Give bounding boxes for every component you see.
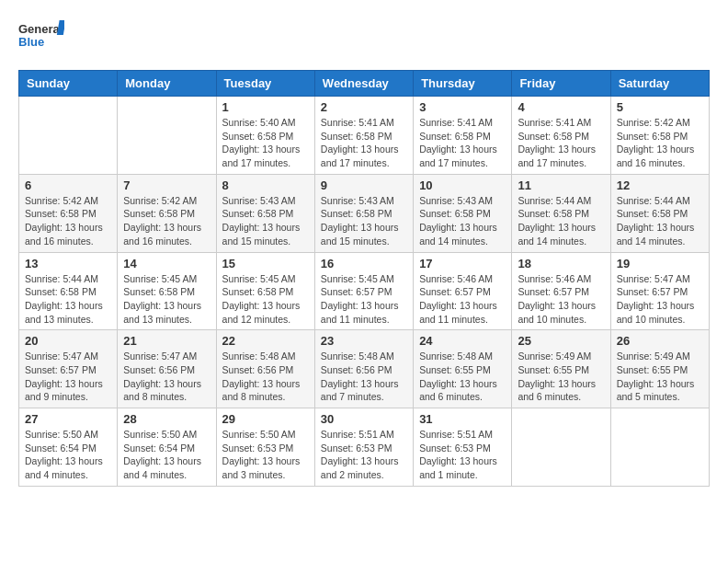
day-number: 20 — [25, 334, 111, 348]
week-row-3: 13Sunrise: 5:44 AM Sunset: 6:58 PM Dayli… — [19, 252, 710, 330]
header-cell-sunday: Sunday — [19, 71, 118, 97]
day-number: 5 — [617, 100, 703, 114]
day-number: 13 — [25, 257, 111, 270]
logo-icon: General Blue — [18, 18, 64, 55]
day-number: 18 — [518, 257, 604, 270]
day-cell: 6Sunrise: 5:42 AM Sunset: 6:58 PM Daylig… — [19, 174, 118, 252]
day-info: Sunrise: 5:40 AM Sunset: 6:58 PM Dayligh… — [222, 116, 309, 170]
day-number: 12 — [617, 178, 703, 192]
week-row-4: 20Sunrise: 5:47 AM Sunset: 6:57 PM Dayli… — [19, 330, 710, 408]
day-info: Sunrise: 5:45 AM Sunset: 6:58 PM Dayligh… — [222, 272, 309, 327]
day-cell: 4Sunrise: 5:41 AM Sunset: 6:58 PM Daylig… — [512, 97, 610, 175]
day-cell: 2Sunrise: 5:41 AM Sunset: 6:58 PM Daylig… — [314, 97, 413, 175]
day-cell — [512, 408, 610, 487]
day-cell: 29Sunrise: 5:50 AM Sunset: 6:53 PM Dayli… — [216, 408, 314, 487]
day-cell: 23Sunrise: 5:48 AM Sunset: 6:56 PM Dayli… — [314, 330, 413, 408]
day-info: Sunrise: 5:47 AM Sunset: 6:57 PM Dayligh… — [617, 272, 703, 327]
day-number: 29 — [222, 412, 309, 426]
header-cell-friday: Friday — [512, 71, 610, 97]
day-info: Sunrise: 5:50 AM Sunset: 6:54 PM Dayligh… — [123, 428, 210, 482]
day-number: 15 — [222, 257, 309, 270]
day-info: Sunrise: 5:51 AM Sunset: 6:53 PM Dayligh… — [419, 428, 506, 482]
day-info: Sunrise: 5:44 AM Sunset: 6:58 PM Dayligh… — [518, 194, 604, 248]
day-info: Sunrise: 5:50 AM Sunset: 6:54 PM Dayligh… — [25, 428, 111, 482]
header-cell-tuesday: Tuesday — [216, 71, 314, 97]
day-number: 2 — [321, 100, 407, 114]
day-number: 14 — [123, 257, 210, 270]
calendar: SundayMondayTuesdayWednesdayThursdayFrid… — [18, 70, 710, 487]
day-cell: 22Sunrise: 5:48 AM Sunset: 6:56 PM Dayli… — [216, 330, 314, 408]
day-cell: 7Sunrise: 5:42 AM Sunset: 6:58 PM Daylig… — [118, 174, 216, 252]
day-cell: 9Sunrise: 5:43 AM Sunset: 6:58 PM Daylig… — [314, 174, 413, 252]
day-number: 10 — [419, 178, 506, 192]
day-number: 28 — [123, 412, 210, 426]
day-info: Sunrise: 5:48 AM Sunset: 6:56 PM Dayligh… — [321, 350, 407, 404]
day-cell — [610, 408, 709, 487]
calendar-body: 1Sunrise: 5:40 AM Sunset: 6:58 PM Daylig… — [19, 97, 710, 487]
week-row-5: 27Sunrise: 5:50 AM Sunset: 6:54 PM Dayli… — [19, 408, 710, 487]
day-number: 25 — [518, 334, 604, 348]
week-row-1: 1Sunrise: 5:40 AM Sunset: 6:58 PM Daylig… — [19, 97, 710, 175]
day-number: 1 — [222, 100, 309, 114]
day-cell: 27Sunrise: 5:50 AM Sunset: 6:54 PM Dayli… — [19, 408, 118, 487]
day-info: Sunrise: 5:50 AM Sunset: 6:53 PM Dayligh… — [222, 428, 309, 482]
day-number: 7 — [123, 178, 210, 192]
header-cell-thursday: Thursday — [414, 71, 512, 97]
day-cell — [19, 97, 118, 175]
header-cell-monday: Monday — [118, 71, 216, 97]
day-number: 17 — [419, 257, 506, 270]
day-info: Sunrise: 5:48 AM Sunset: 6:55 PM Dayligh… — [419, 350, 506, 404]
day-number: 16 — [321, 257, 407, 270]
day-cell: 21Sunrise: 5:47 AM Sunset: 6:56 PM Dayli… — [118, 330, 216, 408]
day-number: 21 — [123, 334, 210, 348]
day-info: Sunrise: 5:44 AM Sunset: 6:58 PM Dayligh… — [617, 194, 703, 248]
day-number: 31 — [419, 412, 506, 426]
day-number: 6 — [25, 178, 111, 192]
day-cell: 25Sunrise: 5:49 AM Sunset: 6:55 PM Dayli… — [512, 330, 610, 408]
day-number: 11 — [518, 178, 604, 192]
day-info: Sunrise: 5:43 AM Sunset: 6:58 PM Dayligh… — [321, 194, 407, 248]
day-number: 3 — [419, 100, 506, 114]
day-info: Sunrise: 5:49 AM Sunset: 6:55 PM Dayligh… — [518, 350, 604, 404]
header-cell-saturday: Saturday — [610, 71, 709, 97]
day-info: Sunrise: 5:42 AM Sunset: 6:58 PM Dayligh… — [25, 194, 111, 248]
day-cell: 14Sunrise: 5:45 AM Sunset: 6:58 PM Dayli… — [118, 252, 216, 330]
day-info: Sunrise: 5:42 AM Sunset: 6:58 PM Dayligh… — [617, 116, 703, 170]
day-info: Sunrise: 5:43 AM Sunset: 6:58 PM Dayligh… — [222, 194, 309, 248]
header: General Blue — [18, 18, 710, 55]
day-info: Sunrise: 5:42 AM Sunset: 6:58 PM Dayligh… — [123, 194, 210, 248]
day-number: 8 — [222, 178, 309, 192]
day-cell: 30Sunrise: 5:51 AM Sunset: 6:53 PM Dayli… — [314, 408, 413, 487]
svg-text:General: General — [18, 22, 63, 36]
svg-text:Blue: Blue — [18, 35, 44, 49]
day-info: Sunrise: 5:41 AM Sunset: 6:58 PM Dayligh… — [321, 116, 407, 170]
day-cell: 13Sunrise: 5:44 AM Sunset: 6:58 PM Dayli… — [19, 252, 118, 330]
day-info: Sunrise: 5:47 AM Sunset: 6:56 PM Dayligh… — [123, 350, 210, 404]
day-cell: 1Sunrise: 5:40 AM Sunset: 6:58 PM Daylig… — [216, 97, 314, 175]
day-cell: 10Sunrise: 5:43 AM Sunset: 6:58 PM Dayli… — [414, 174, 512, 252]
day-cell: 12Sunrise: 5:44 AM Sunset: 6:58 PM Dayli… — [610, 174, 709, 252]
day-cell: 24Sunrise: 5:48 AM Sunset: 6:55 PM Dayli… — [414, 330, 512, 408]
day-info: Sunrise: 5:48 AM Sunset: 6:56 PM Dayligh… — [222, 350, 309, 404]
day-info: Sunrise: 5:43 AM Sunset: 6:58 PM Dayligh… — [419, 194, 506, 248]
day-info: Sunrise: 5:51 AM Sunset: 6:53 PM Dayligh… — [321, 428, 407, 482]
day-cell: 16Sunrise: 5:45 AM Sunset: 6:57 PM Dayli… — [314, 252, 413, 330]
day-info: Sunrise: 5:47 AM Sunset: 6:57 PM Dayligh… — [25, 350, 111, 404]
day-info: Sunrise: 5:46 AM Sunset: 6:57 PM Dayligh… — [419, 272, 506, 327]
day-cell: 15Sunrise: 5:45 AM Sunset: 6:58 PM Dayli… — [216, 252, 314, 330]
day-cell: 26Sunrise: 5:49 AM Sunset: 6:55 PM Dayli… — [610, 330, 709, 408]
calendar-header: SundayMondayTuesdayWednesdayThursdayFrid… — [19, 71, 710, 97]
day-cell: 17Sunrise: 5:46 AM Sunset: 6:57 PM Dayli… — [414, 252, 512, 330]
day-info: Sunrise: 5:49 AM Sunset: 6:55 PM Dayligh… — [617, 350, 703, 404]
day-info: Sunrise: 5:41 AM Sunset: 6:58 PM Dayligh… — [419, 116, 506, 170]
day-info: Sunrise: 5:45 AM Sunset: 6:58 PM Dayligh… — [123, 272, 210, 327]
day-cell: 18Sunrise: 5:46 AM Sunset: 6:57 PM Dayli… — [512, 252, 610, 330]
day-number: 4 — [518, 100, 604, 114]
day-cell: 19Sunrise: 5:47 AM Sunset: 6:57 PM Dayli… — [610, 252, 709, 330]
day-number: 9 — [321, 178, 407, 192]
day-number: 30 — [321, 412, 407, 426]
day-cell — [118, 97, 216, 175]
week-row-2: 6Sunrise: 5:42 AM Sunset: 6:58 PM Daylig… — [19, 174, 710, 252]
day-number: 19 — [617, 257, 703, 270]
header-cell-wednesday: Wednesday — [314, 71, 413, 97]
